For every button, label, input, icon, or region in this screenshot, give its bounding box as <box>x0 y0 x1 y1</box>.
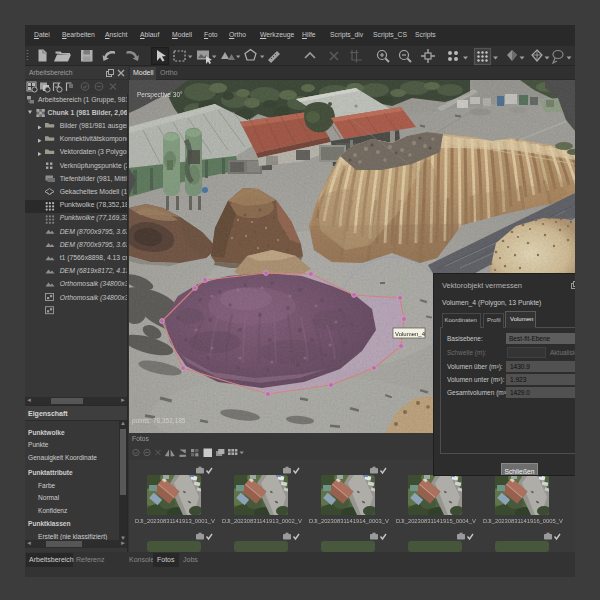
svg-text:Perspective 30°: Perspective 30° <box>137 91 183 99</box>
svg-text:Volumen_4: Volumen_4 <box>395 331 426 337</box>
svg-text:points: 78,352,185: points: 78,352,185 <box>132 417 186 425</box>
